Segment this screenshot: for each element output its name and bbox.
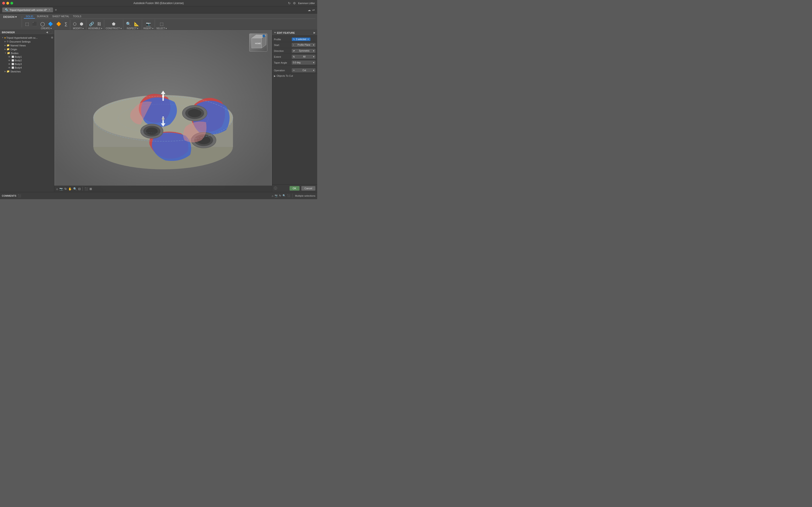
tree-item-bodies[interactable]: ▼ 📁 Bodies (0, 51, 54, 55)
taper-angle-input[interactable]: 0.0 deg ▾ (292, 61, 315, 64)
tree-item-body4[interactable]: 👁 ⬜ Body4 (0, 66, 54, 69)
tab-surface[interactable]: SURFACE (35, 14, 50, 18)
browser-collapse-icon[interactable]: ◀ (46, 31, 48, 34)
root-options-icon[interactable]: ⚙ (51, 36, 53, 39)
comments-expand-icon[interactable]: ⬛ (18, 194, 21, 198)
modify-label[interactable]: MODIFY ▾ (73, 27, 83, 30)
info-icon[interactable]: ⓘ (274, 186, 277, 190)
direction-value: ⇌ Symmetric ▾ (292, 49, 315, 53)
start-row: Start ↕ Profile Plane ▾ (272, 42, 317, 48)
viewport-display-icon[interactable]: ⬛ (85, 187, 88, 190)
refresh-icon[interactable]: ↻ (288, 1, 291, 5)
cancel-button[interactable]: Cancel (301, 186, 315, 190)
inspect-btn1[interactable]: 🔍 (124, 21, 132, 27)
direction-arrows-icon: ⇌ (293, 50, 295, 52)
viewport-pan-icon[interactable]: ✋ (68, 187, 72, 190)
insert-label[interactable]: INSERT ▾ (143, 27, 153, 30)
tree-item-named-views[interactable]: ▶ 📁 Named Views (0, 44, 54, 47)
body1-eye-icon[interactable]: 👁 (8, 56, 10, 58)
vp-ctrl-home[interactable]: ⌂ (272, 194, 273, 197)
start-select[interactable]: ↕ Profile Plane ▾ (292, 43, 315, 47)
viewport-zoom-icon[interactable]: 🔍 (73, 187, 77, 190)
panel-footer: ⓘ OK Cancel (272, 184, 317, 192)
assemble-label[interactable]: ASSEMBLE ▾ (88, 27, 102, 30)
body4-eye-icon[interactable]: 👁 (8, 66, 10, 69)
network-icon[interactable]: ⇌ (312, 8, 315, 12)
inspect-btn2[interactable]: 📐 (133, 21, 141, 27)
main-layout: BROWSER ◀ ⬛ ▼ ■ Tripod Hyperboloid with … (0, 30, 317, 192)
select-btn1[interactable]: ⬚ (158, 21, 165, 27)
new-component-btn[interactable]: ⬚ (24, 21, 30, 27)
loft-btn[interactable]: 🔶 (55, 21, 62, 27)
ok-button[interactable]: OK (290, 186, 300, 190)
modify-group: ⬡ ⬢ MODIFY ▾ (71, 21, 85, 30)
create-label[interactable]: CREATE ▾ (41, 27, 52, 30)
viewport-grid-icon[interactable]: ⊞ (90, 187, 92, 190)
select-label[interactable]: SELECT ▾ (156, 27, 167, 30)
design-dropdown[interactable]: DESIGN ▾ (2, 14, 18, 19)
body3-eye-icon[interactable]: 👁 (8, 63, 10, 65)
cube-face[interactable]: HOME (249, 34, 267, 52)
profile-clear-button[interactable]: ✕ (307, 38, 309, 41)
maximize-button[interactable] (10, 2, 13, 5)
tab-close-icon[interactable]: ✕ (48, 9, 50, 11)
browser-expand-icon[interactable]: ⬛ (49, 31, 52, 34)
construct-label[interactable]: CONSTRUCT ▾ (106, 27, 121, 30)
tree-body1-label: Body1 (15, 55, 22, 58)
close-button[interactable] (2, 2, 5, 5)
objects-to-cut-row[interactable]: ▶ Objects To Cut (272, 73, 317, 78)
insert-btn1[interactable]: 📷 (145, 21, 152, 27)
assemble-btn2[interactable]: ⛓ (96, 21, 103, 27)
model-viewport-svg[interactable] (54, 30, 272, 192)
vp-ctrl-display[interactable]: ⬛ (287, 194, 290, 197)
tab-solid[interactable]: SOLID (24, 14, 35, 18)
body2-eye-icon[interactable]: 👁 (8, 59, 10, 62)
status-text: Multiple selections (295, 194, 315, 197)
construct-btn1[interactable]: ⬟ (111, 21, 117, 27)
minimize-button[interactable] (6, 2, 9, 5)
named-views-folder-icon: 📁 (7, 44, 10, 47)
vp-ctrl-orbit[interactable]: ↻ (279, 194, 281, 197)
active-tab[interactable]: 🔩 Tripod Hyperboloid with screw v5* ✕ (2, 7, 53, 12)
sketches-arrow: ▶ (5, 70, 6, 72)
direction-select[interactable]: ⇌ Symmetric ▾ (292, 49, 315, 53)
tree-item-body1[interactable]: 👁 ⬜ Body1 (0, 55, 54, 59)
tree-item-doc-settings[interactable]: ▶ ⚙ Document Settings (0, 40, 54, 44)
modify-btn2[interactable]: ⬢ (79, 21, 85, 27)
navigation-cube[interactable]: HOME (249, 34, 267, 52)
viewport[interactable]: CONSTRUCT - (54, 30, 272, 192)
viewport-toolbar: ⌂ 📷 ↻ ✋ 🔍 ⊡ ⬛ ⊞ (54, 186, 272, 192)
extent-select[interactable]: ⇅ All ▾ (292, 55, 315, 59)
viewport-orbit-icon[interactable]: ↻ (64, 187, 67, 190)
sweep-btn[interactable]: 🔷 (47, 21, 54, 27)
viewport-fit-icon[interactable]: ⊡ (78, 187, 81, 190)
assemble-btn1[interactable]: 🔗 (88, 21, 95, 27)
profile-selected-badge[interactable]: ↖ 3 selected ✕ (292, 38, 310, 41)
tree-item-sketches[interactable]: ▶ 📁 Sketches (0, 69, 54, 73)
new-tab-button[interactable]: + (55, 8, 57, 12)
extent-label: Extent (274, 55, 291, 58)
cloud-icon[interactable]: ☁ (308, 8, 311, 12)
vp-ctrl-zoom[interactable]: 🔍 (283, 194, 286, 197)
tree-item-body3[interactable]: 👁 ⬜ Body3 (0, 62, 54, 66)
tree-item-body2[interactable]: 👁 ⬜ Body2 (0, 59, 54, 62)
inspect-label[interactable]: INSPECT ▾ (126, 27, 138, 30)
body1-icon: ⬜ (11, 56, 14, 58)
tree-item-origin[interactable]: ▶ 📁 Origin (0, 47, 54, 51)
user-name: Eammon Littler (298, 2, 315, 5)
modify-btn1[interactable]: ⬡ (71, 21, 78, 27)
extent-select-value: All (303, 55, 305, 58)
formula-btn[interactable]: ∑ (63, 21, 69, 27)
traffic-lights (2, 2, 13, 5)
panel-collapse-icon[interactable]: ▶ (314, 31, 315, 34)
tab-sheet-metal[interactable]: SHEET METAL (50, 14, 71, 18)
viewport-camera-icon[interactable]: 📷 (59, 187, 63, 190)
vp-ctrl-camera[interactable]: 📷 (274, 194, 278, 197)
viewport-home-icon[interactable]: ⌂ (56, 187, 58, 190)
revolve-btn[interactable]: ◯ (39, 21, 46, 27)
settings-icon[interactable]: ⚙ (293, 1, 296, 5)
operation-select[interactable]: ✂ Cut ▾ (292, 68, 315, 72)
tree-item-root[interactable]: ▼ ■ Tripod Hyperboloid with sc... ⚙ (0, 36, 54, 40)
extrude-btn[interactable]: ⬛ (31, 21, 39, 27)
tab-tools[interactable]: TOOLS (71, 14, 83, 18)
